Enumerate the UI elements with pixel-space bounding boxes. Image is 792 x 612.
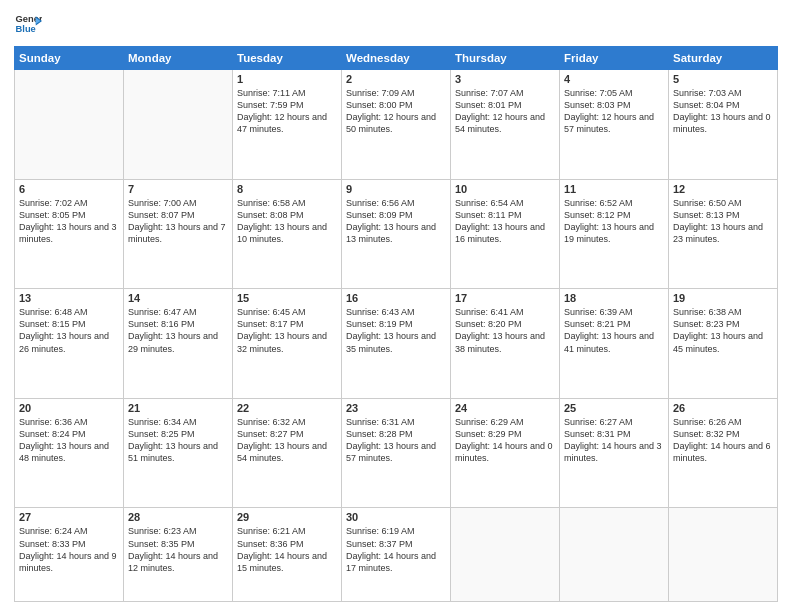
day-info: Sunrise: 6:27 AM Sunset: 8:31 PM Dayligh… xyxy=(564,416,664,465)
calendar-cell xyxy=(15,70,124,180)
weekday-header-thursday: Thursday xyxy=(451,47,560,70)
day-info: Sunrise: 6:31 AM Sunset: 8:28 PM Dayligh… xyxy=(346,416,446,465)
day-number: 27 xyxy=(19,511,119,523)
day-info: Sunrise: 6:50 AM Sunset: 8:13 PM Dayligh… xyxy=(673,197,773,246)
day-number: 15 xyxy=(237,292,337,304)
day-info: Sunrise: 7:09 AM Sunset: 8:00 PM Dayligh… xyxy=(346,87,446,136)
day-info: Sunrise: 6:24 AM Sunset: 8:33 PM Dayligh… xyxy=(19,525,119,574)
calendar-cell: 15Sunrise: 6:45 AM Sunset: 8:17 PM Dayli… xyxy=(233,289,342,399)
day-info: Sunrise: 6:36 AM Sunset: 8:24 PM Dayligh… xyxy=(19,416,119,465)
header: General Blue xyxy=(14,10,778,38)
calendar-cell: 23Sunrise: 6:31 AM Sunset: 8:28 PM Dayli… xyxy=(342,398,451,508)
day-info: Sunrise: 7:11 AM Sunset: 7:59 PM Dayligh… xyxy=(237,87,337,136)
calendar-cell xyxy=(669,508,778,602)
day-info: Sunrise: 6:34 AM Sunset: 8:25 PM Dayligh… xyxy=(128,416,228,465)
day-number: 1 xyxy=(237,73,337,85)
calendar-table: SundayMondayTuesdayWednesdayThursdayFrid… xyxy=(14,46,778,602)
weekday-header-monday: Monday xyxy=(124,47,233,70)
day-info: Sunrise: 6:45 AM Sunset: 8:17 PM Dayligh… xyxy=(237,306,337,355)
calendar-cell: 4Sunrise: 7:05 AM Sunset: 8:03 PM Daylig… xyxy=(560,70,669,180)
calendar-cell: 2Sunrise: 7:09 AM Sunset: 8:00 PM Daylig… xyxy=(342,70,451,180)
weekday-header-tuesday: Tuesday xyxy=(233,47,342,70)
day-info: Sunrise: 6:19 AM Sunset: 8:37 PM Dayligh… xyxy=(346,525,446,574)
calendar-cell: 29Sunrise: 6:21 AM Sunset: 8:36 PM Dayli… xyxy=(233,508,342,602)
day-info: Sunrise: 6:26 AM Sunset: 8:32 PM Dayligh… xyxy=(673,416,773,465)
day-number: 21 xyxy=(128,402,228,414)
day-info: Sunrise: 7:03 AM Sunset: 8:04 PM Dayligh… xyxy=(673,87,773,136)
day-number: 14 xyxy=(128,292,228,304)
day-info: Sunrise: 6:48 AM Sunset: 8:15 PM Dayligh… xyxy=(19,306,119,355)
calendar-week-5: 27Sunrise: 6:24 AM Sunset: 8:33 PM Dayli… xyxy=(15,508,778,602)
calendar-cell xyxy=(124,70,233,180)
calendar-cell: 27Sunrise: 6:24 AM Sunset: 8:33 PM Dayli… xyxy=(15,508,124,602)
calendar-cell: 11Sunrise: 6:52 AM Sunset: 8:12 PM Dayli… xyxy=(560,179,669,289)
day-number: 17 xyxy=(455,292,555,304)
calendar-cell: 6Sunrise: 7:02 AM Sunset: 8:05 PM Daylig… xyxy=(15,179,124,289)
day-number: 22 xyxy=(237,402,337,414)
day-info: Sunrise: 6:43 AM Sunset: 8:19 PM Dayligh… xyxy=(346,306,446,355)
calendar-cell: 25Sunrise: 6:27 AM Sunset: 8:31 PM Dayli… xyxy=(560,398,669,508)
day-info: Sunrise: 6:21 AM Sunset: 8:36 PM Dayligh… xyxy=(237,525,337,574)
calendar-cell: 5Sunrise: 7:03 AM Sunset: 8:04 PM Daylig… xyxy=(669,70,778,180)
day-number: 30 xyxy=(346,511,446,523)
day-number: 12 xyxy=(673,183,773,195)
calendar-week-4: 20Sunrise: 6:36 AM Sunset: 8:24 PM Dayli… xyxy=(15,398,778,508)
calendar-cell: 17Sunrise: 6:41 AM Sunset: 8:20 PM Dayli… xyxy=(451,289,560,399)
day-info: Sunrise: 6:39 AM Sunset: 8:21 PM Dayligh… xyxy=(564,306,664,355)
calendar-cell: 22Sunrise: 6:32 AM Sunset: 8:27 PM Dayli… xyxy=(233,398,342,508)
calendar-week-2: 6Sunrise: 7:02 AM Sunset: 8:05 PM Daylig… xyxy=(15,179,778,289)
calendar-cell: 3Sunrise: 7:07 AM Sunset: 8:01 PM Daylig… xyxy=(451,70,560,180)
calendar-cell: 16Sunrise: 6:43 AM Sunset: 8:19 PM Dayli… xyxy=(342,289,451,399)
day-number: 4 xyxy=(564,73,664,85)
day-number: 9 xyxy=(346,183,446,195)
calendar-cell xyxy=(451,508,560,602)
day-info: Sunrise: 7:07 AM Sunset: 8:01 PM Dayligh… xyxy=(455,87,555,136)
weekday-header-friday: Friday xyxy=(560,47,669,70)
calendar-cell: 28Sunrise: 6:23 AM Sunset: 8:35 PM Dayli… xyxy=(124,508,233,602)
day-info: Sunrise: 6:58 AM Sunset: 8:08 PM Dayligh… xyxy=(237,197,337,246)
day-number: 8 xyxy=(237,183,337,195)
day-info: Sunrise: 7:05 AM Sunset: 8:03 PM Dayligh… xyxy=(564,87,664,136)
day-number: 29 xyxy=(237,511,337,523)
day-number: 5 xyxy=(673,73,773,85)
day-info: Sunrise: 6:41 AM Sunset: 8:20 PM Dayligh… xyxy=(455,306,555,355)
day-number: 28 xyxy=(128,511,228,523)
calendar-cell: 26Sunrise: 6:26 AM Sunset: 8:32 PM Dayli… xyxy=(669,398,778,508)
day-number: 3 xyxy=(455,73,555,85)
day-info: Sunrise: 6:56 AM Sunset: 8:09 PM Dayligh… xyxy=(346,197,446,246)
day-number: 13 xyxy=(19,292,119,304)
day-info: Sunrise: 6:29 AM Sunset: 8:29 PM Dayligh… xyxy=(455,416,555,465)
day-info: Sunrise: 6:52 AM Sunset: 8:12 PM Dayligh… xyxy=(564,197,664,246)
logo: General Blue xyxy=(14,10,42,38)
day-info: Sunrise: 6:54 AM Sunset: 8:11 PM Dayligh… xyxy=(455,197,555,246)
calendar-cell: 7Sunrise: 7:00 AM Sunset: 8:07 PM Daylig… xyxy=(124,179,233,289)
calendar-week-3: 13Sunrise: 6:48 AM Sunset: 8:15 PM Dayli… xyxy=(15,289,778,399)
day-number: 19 xyxy=(673,292,773,304)
day-number: 2 xyxy=(346,73,446,85)
svg-text:Blue: Blue xyxy=(16,24,36,34)
calendar-cell: 21Sunrise: 6:34 AM Sunset: 8:25 PM Dayli… xyxy=(124,398,233,508)
day-info: Sunrise: 7:00 AM Sunset: 8:07 PM Dayligh… xyxy=(128,197,228,246)
calendar-cell xyxy=(560,508,669,602)
weekday-header-row: SundayMondayTuesdayWednesdayThursdayFrid… xyxy=(15,47,778,70)
day-info: Sunrise: 7:02 AM Sunset: 8:05 PM Dayligh… xyxy=(19,197,119,246)
day-number: 16 xyxy=(346,292,446,304)
day-number: 20 xyxy=(19,402,119,414)
calendar-cell: 14Sunrise: 6:47 AM Sunset: 8:16 PM Dayli… xyxy=(124,289,233,399)
day-number: 10 xyxy=(455,183,555,195)
generalblue-logo-icon: General Blue xyxy=(14,10,42,38)
calendar-cell: 8Sunrise: 6:58 AM Sunset: 8:08 PM Daylig… xyxy=(233,179,342,289)
day-number: 7 xyxy=(128,183,228,195)
day-number: 6 xyxy=(19,183,119,195)
day-info: Sunrise: 6:32 AM Sunset: 8:27 PM Dayligh… xyxy=(237,416,337,465)
calendar-cell: 13Sunrise: 6:48 AM Sunset: 8:15 PM Dayli… xyxy=(15,289,124,399)
day-info: Sunrise: 6:38 AM Sunset: 8:23 PM Dayligh… xyxy=(673,306,773,355)
day-number: 25 xyxy=(564,402,664,414)
day-number: 23 xyxy=(346,402,446,414)
page: General Blue SundayMondayTuesdayWednesda… xyxy=(0,0,792,612)
day-info: Sunrise: 6:23 AM Sunset: 8:35 PM Dayligh… xyxy=(128,525,228,574)
calendar-cell: 18Sunrise: 6:39 AM Sunset: 8:21 PM Dayli… xyxy=(560,289,669,399)
calendar-cell: 20Sunrise: 6:36 AM Sunset: 8:24 PM Dayli… xyxy=(15,398,124,508)
calendar-cell: 19Sunrise: 6:38 AM Sunset: 8:23 PM Dayli… xyxy=(669,289,778,399)
calendar-cell: 9Sunrise: 6:56 AM Sunset: 8:09 PM Daylig… xyxy=(342,179,451,289)
